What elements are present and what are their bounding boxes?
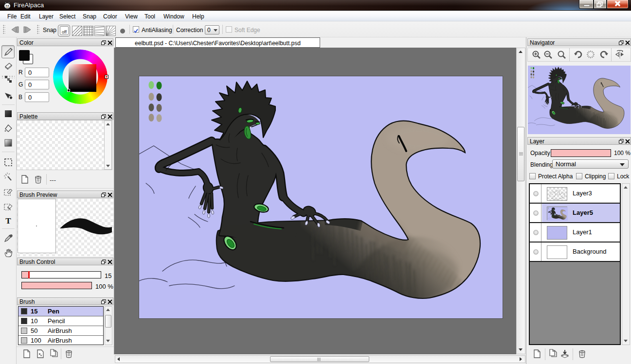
svg-text:T: T bbox=[5, 216, 11, 225]
